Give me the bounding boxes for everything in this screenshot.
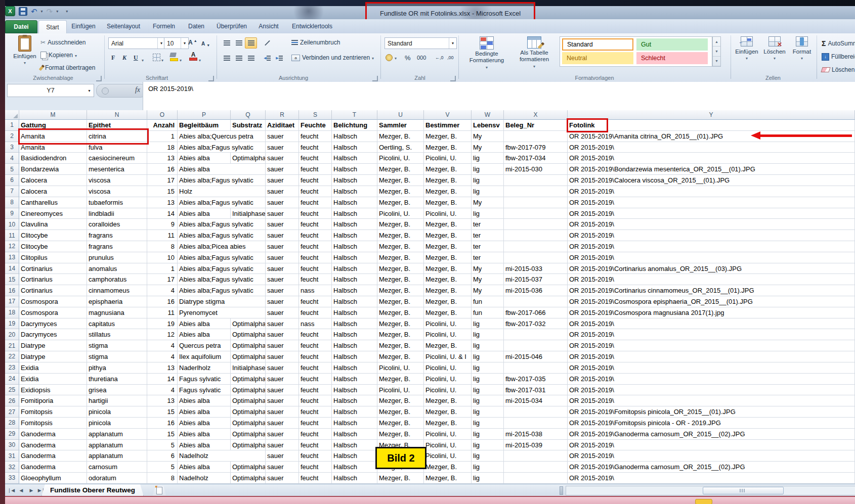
cell-T17[interactable]: Halbsch xyxy=(332,296,377,307)
cell-U14[interactable]: Mezger, B. xyxy=(377,263,424,274)
cell-V23[interactable]: Picolini, U. xyxy=(424,362,472,374)
cell-M10[interactable]: Clavulina xyxy=(19,219,87,230)
cell-M30[interactable]: Ganoderma xyxy=(19,440,87,451)
cell-X28[interactable] xyxy=(504,418,568,429)
cell-X1[interactable]: Beleg_Nr xyxy=(504,120,568,131)
cell-V2[interactable]: Mezger, B. xyxy=(424,131,472,142)
cell-O3[interactable]: 18 xyxy=(147,142,178,153)
row-header-29[interactable]: 29 xyxy=(5,429,19,440)
cell-N26[interactable]: hartigii xyxy=(87,395,147,406)
cell-Y9[interactable]: OR 2015-2019\ xyxy=(568,208,855,219)
cell-N18[interactable]: magnusiana xyxy=(87,307,147,318)
cell-N10[interactable]: coralloides xyxy=(87,219,147,230)
cell-R13[interactable]: sauer xyxy=(266,252,299,263)
cell-Y22[interactable]: OR 2015-2019\ xyxy=(568,351,855,362)
cell-Q26[interactable]: Optimalpha xyxy=(231,395,266,406)
cell-X18[interactable]: fbw-2017-066 xyxy=(504,307,568,318)
cell-X32[interactable] xyxy=(504,462,568,473)
cell-Y20[interactable]: OR 2015-2019\ xyxy=(568,329,855,340)
cell-O6[interactable]: 17 xyxy=(147,175,178,186)
ribbon-tab-datei[interactable]: Datei xyxy=(5,20,37,33)
cell-Y3[interactable]: OR 2015-2019\ xyxy=(568,142,855,153)
cell-T19[interactable]: Halbsch xyxy=(332,318,377,330)
ribbon-tab-einfügen[interactable]: Einfügen xyxy=(67,20,100,32)
cell-Q20[interactable]: Optimalpha xyxy=(231,329,266,340)
cell-T24[interactable]: Halbsch xyxy=(332,374,377,385)
alignment-dialog-launcher-icon[interactable] xyxy=(372,76,378,81)
cell-T14[interactable]: Halbsch xyxy=(332,263,377,274)
cell-V28[interactable]: Mezger, B. xyxy=(424,418,472,429)
cell-M18[interactable]: Cosmospora xyxy=(19,307,87,318)
cell-S15[interactable]: feucht xyxy=(299,274,332,285)
cell-S21[interactable]: feucht xyxy=(299,340,332,351)
cell-S23[interactable]: feucht xyxy=(299,362,332,374)
cell-V15[interactable]: Mezger, B. xyxy=(424,274,472,285)
cell-N30[interactable]: applanatum xyxy=(87,440,147,451)
cell-W7[interactable]: lig xyxy=(472,186,504,197)
cell-O1[interactable]: Anzahl xyxy=(147,120,178,131)
cell-M31[interactable]: Ganoderma xyxy=(19,450,87,462)
cell-Y21[interactable]: OR 2015-2019\ xyxy=(568,340,855,351)
fx-icon[interactable]: fx xyxy=(135,86,140,94)
cell-R29[interactable]: sauer xyxy=(266,429,299,440)
cell-S28[interactable]: feucht xyxy=(299,418,332,429)
cell-R22[interactable]: sauer xyxy=(266,351,299,362)
cell-S26[interactable]: feucht xyxy=(299,395,332,406)
delete-cells-button[interactable]: ✕ Löschen xyxy=(762,36,787,61)
cell-T20[interactable]: Halbsch xyxy=(332,329,377,340)
cell-Q27[interactable]: Optimalpha xyxy=(231,406,266,418)
cell-O29[interactable]: 15 xyxy=(147,429,178,440)
column-header-N[interactable]: N xyxy=(87,110,147,120)
format-painter-button[interactable]: Format übertragen xyxy=(40,63,95,73)
cell-O9[interactable]: 14 xyxy=(147,208,178,219)
cell-P32[interactable]: Abies alba xyxy=(178,462,231,473)
cell-R9[interactable]: sauer xyxy=(266,208,299,219)
redo-icon[interactable]: ↷ xyxy=(47,8,53,15)
cell-M13[interactable]: Clitopilus xyxy=(19,252,87,263)
cell-M27[interactable]: Fomitopsis xyxy=(19,406,87,418)
cell-Q30[interactable]: Optimalpha xyxy=(231,440,266,451)
row-header-30[interactable]: 30 xyxy=(5,440,19,451)
cell-S10[interactable]: feucht xyxy=(299,219,332,230)
row-header-14[interactable]: 14 xyxy=(5,263,19,274)
row-header-1[interactable]: 1 xyxy=(5,120,19,131)
cell-N7[interactable]: viscosa xyxy=(87,186,147,197)
clear-button[interactable]: Löschen xyxy=(822,65,855,75)
cell-P1[interactable]: Begleitbäum xyxy=(178,120,231,131)
cell-R17[interactable]: sauer xyxy=(266,296,299,307)
cell-Q21[interactable]: Optimalpha xyxy=(231,340,266,351)
cell-N31[interactable]: applanatum xyxy=(87,450,147,462)
cell-M9[interactable]: Cinereomyces xyxy=(19,208,87,219)
row-header-11[interactable]: 11 xyxy=(5,230,19,241)
cell-N33[interactable]: odoratum xyxy=(87,473,147,484)
comma-style-button[interactable]: 000 xyxy=(417,53,426,63)
cell-R5[interactable]: sauer xyxy=(266,164,299,175)
cell-N32[interactable]: carnosum xyxy=(87,462,147,473)
cell-W5[interactable]: lig xyxy=(472,164,504,175)
column-header-S[interactable]: S xyxy=(299,110,332,120)
cell-Q33[interactable]: Optimalpha xyxy=(231,473,266,484)
cell-R21[interactable]: sauer xyxy=(266,340,299,351)
formula-input[interactable]: OR 2015-2019\ xyxy=(143,82,855,110)
cell-S20[interactable]: feucht xyxy=(299,329,332,340)
cell-Q22[interactable]: Optimalpha xyxy=(231,351,266,362)
decrease-indent-icon[interactable]: ◀ xyxy=(261,53,273,64)
redo-dropdown-icon[interactable]: ▾ xyxy=(56,9,58,14)
cell-P12[interactable]: Abies alba;Picea abies xyxy=(178,241,266,252)
cell-Y14[interactable]: OR 2015-2019\Cortinarius anomalus_OR_201… xyxy=(568,263,855,274)
cell-U29[interactable]: Mezger, B. xyxy=(377,429,424,440)
cell-X4[interactable]: fbw-2017-034 xyxy=(504,153,568,164)
column-header-W[interactable]: W xyxy=(472,110,504,120)
bold-button[interactable]: F xyxy=(111,53,115,63)
column-header-M[interactable]: M xyxy=(19,110,87,120)
format-cells-button[interactable]: Format xyxy=(789,36,815,61)
ribbon-tab-daten[interactable]: Daten xyxy=(182,20,210,32)
cell-O16[interactable]: 4 xyxy=(147,285,178,296)
cell-U5[interactable]: Mezger, B. xyxy=(377,164,424,175)
cell-V11[interactable]: Mezger, B. xyxy=(424,230,472,241)
undo-dropdown-icon[interactable]: ▾ xyxy=(41,9,43,14)
excel-logo-icon[interactable]: X xyxy=(5,6,15,16)
cell-W33[interactable]: lig xyxy=(472,473,504,484)
cell-W27[interactable]: lig xyxy=(472,406,504,418)
increase-decimal-button[interactable]: ←,0 xyxy=(435,53,444,63)
